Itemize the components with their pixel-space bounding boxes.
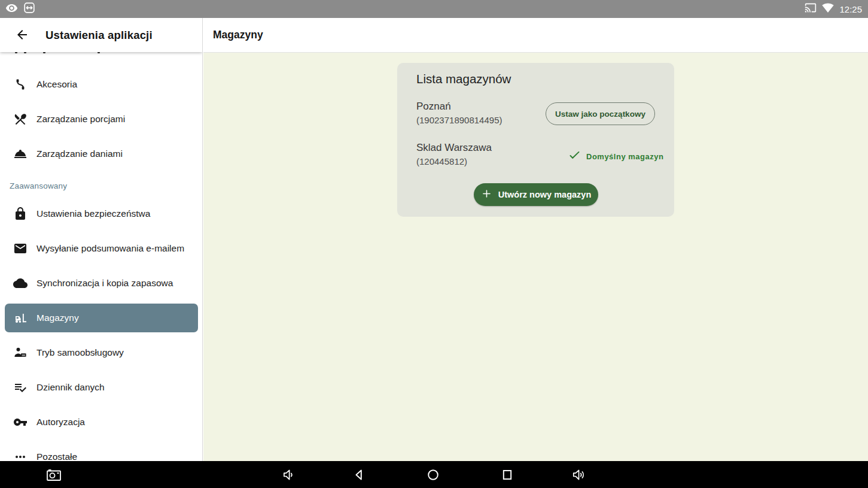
clock: 12:25 bbox=[839, 4, 862, 14]
plus-icon bbox=[481, 188, 492, 201]
create-warehouse-button[interactable]: Utwórz nowy magazyn bbox=[474, 183, 598, 206]
default-warehouse-badge: Domyślny magazyn bbox=[568, 149, 663, 164]
back-nav-icon[interactable] bbox=[351, 467, 367, 483]
main-header: Magazyny bbox=[203, 18, 868, 53]
main-title: Magazyny bbox=[213, 29, 263, 41]
sidebar-item-magazyny[interactable]: Magazyny bbox=[0, 301, 203, 335]
status-bar: 12:25 bbox=[0, 0, 868, 18]
cloud-icon bbox=[13, 276, 28, 290]
screenshot-camera-icon[interactable] bbox=[45, 468, 62, 482]
sidebar-item-dziennik-danych[interactable]: Dziennik danych bbox=[0, 370, 203, 405]
sidebar-item-label: Wysyłanie podsumowania e-mailem bbox=[36, 243, 184, 254]
back-button[interactable] bbox=[14, 28, 30, 43]
sidebar-item-pozostale[interactable]: Pozostałe bbox=[0, 439, 203, 461]
self-service-icon bbox=[13, 345, 28, 360]
wifi-icon bbox=[822, 2, 834, 16]
warehouse-list-card: Lista magazynów Poznań (1902371890814495… bbox=[397, 63, 674, 217]
cast-icon bbox=[805, 2, 817, 16]
recents-nav-icon[interactable] bbox=[500, 467, 515, 483]
sidebar-item-label: Synchronizacja i kopia zapasowa bbox=[36, 278, 173, 289]
volume-down-icon[interactable] bbox=[281, 467, 297, 483]
key-icon bbox=[13, 415, 28, 429]
sidebar-item-label: Pozostałe bbox=[36, 451, 77, 461]
warehouse-name: Poznań bbox=[416, 101, 451, 113]
sidebar-item-zarzadzanie-daniami[interactable]: Zarządzanie daniami bbox=[0, 137, 203, 171]
sidebar-item-label: Autoryzacja bbox=[36, 417, 85, 428]
sidebar-section-zaawansowany: Zaawansowany bbox=[10, 181, 67, 190]
main-panel: Magazyny Lista magazynów Poznań (1902371… bbox=[203, 18, 868, 461]
sidebar-item-label: Magazyny bbox=[36, 313, 79, 323]
cable-icon bbox=[13, 77, 28, 92]
sidebar-item-label: Zarządzanie daniami bbox=[36, 148, 123, 159]
page-title: Ustawienia aplikacji bbox=[45, 29, 153, 42]
android-nav-bar bbox=[0, 461, 868, 488]
check-icon bbox=[568, 149, 581, 164]
email-icon bbox=[13, 241, 28, 256]
sidebar-item-wysylanie-podsumowania[interactable]: Wysyłanie podsumowania e-mailem bbox=[0, 231, 203, 266]
warehouse-id: (120445812) bbox=[416, 156, 467, 166]
default-warehouse-label: Domyślny magazyn bbox=[586, 152, 663, 161]
sidebar-item-tryb-samoobslugowy[interactable]: Tryb samoobsługowy bbox=[0, 335, 203, 370]
home-nav-icon[interactable] bbox=[425, 467, 441, 483]
warehouse-id: (1902371890814495) bbox=[416, 115, 502, 125]
sidebar-item-label: Zarządzanie porcjami bbox=[36, 114, 125, 125]
sidebar-item-autoryzacja[interactable]: Autoryzacja bbox=[0, 405, 203, 439]
card-title: Lista magazynów bbox=[416, 72, 511, 86]
resize-app-icon bbox=[23, 2, 35, 16]
settings-sidebar: Ustawienia aplikacji Akcesoria bbox=[0, 18, 203, 461]
more-icon bbox=[13, 450, 28, 461]
forklift-icon bbox=[13, 311, 28, 325]
lock-icon bbox=[13, 207, 28, 221]
sidebar-item-label: Ustawienia bezpieczeństwa bbox=[36, 208, 150, 219]
sidebar-item-label: Tryb samoobsługowy bbox=[36, 347, 124, 358]
room-service-icon bbox=[13, 147, 28, 161]
sidebar-item-ustawienia-bezpieczenstwa[interactable]: Ustawienia bezpieczeństwa bbox=[0, 196, 203, 231]
main-body: Lista magazynów Poznań (1902371890814495… bbox=[203, 53, 868, 461]
eye-icon bbox=[5, 2, 18, 17]
warehouse-name: Sklad Warszawa bbox=[416, 142, 492, 154]
create-warehouse-label: Utwórz nowy magazyn bbox=[498, 190, 592, 199]
app-window: Ustawienia aplikacji Akcesoria bbox=[0, 18, 868, 461]
sidebar-item-synchronizacja[interactable]: Synchronizacja i kopia zapasowa bbox=[0, 266, 203, 301]
sidebar-item-akcesoria[interactable]: Akcesoria bbox=[0, 67, 203, 102]
restaurant-icon bbox=[13, 112, 28, 126]
sidebar-item-label: Akcesoria bbox=[36, 79, 77, 90]
sidebar-item-label: Dziennik danych bbox=[36, 382, 105, 393]
screen: 12:25 Ustawienia aplikacji bbox=[0, 0, 868, 488]
sidebar-header: Ustawienia aplikacji bbox=[0, 18, 202, 52]
set-as-initial-button[interactable]: Ustaw jako początkowy bbox=[546, 102, 655, 125]
data-log-icon bbox=[13, 380, 28, 395]
volume-up-icon[interactable] bbox=[571, 467, 587, 483]
sidebar-item-zarzadzanie-porcjami[interactable]: Zarządzanie porcjami bbox=[0, 102, 203, 137]
